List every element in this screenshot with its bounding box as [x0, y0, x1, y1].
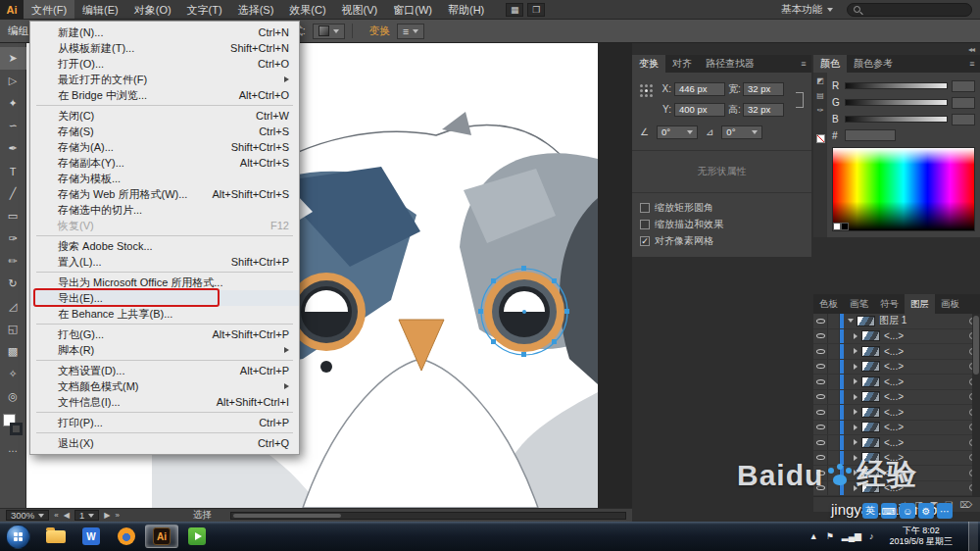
- taskbar-explorer[interactable]: [39, 525, 73, 548]
- stroke-swatch[interactable]: [10, 423, 23, 435]
- zoom-tool[interactable]: ◎: [0, 385, 26, 408]
- layer-row[interactable]: <...>: [813, 405, 980, 421]
- last-artboard-button[interactable]: »: [115, 511, 119, 520]
- lock-toggle[interactable]: [828, 405, 840, 420]
- menu-item-document-setup[interactable]: 文档设置(D)...Alt+Ctrl+P: [30, 363, 299, 378]
- type-tool[interactable]: T: [0, 160, 26, 182]
- start-button[interactable]: [6, 525, 30, 549]
- layer-name[interactable]: <...>: [884, 346, 969, 357]
- y-input[interactable]: 400 px: [674, 103, 725, 117]
- menu-window[interactable]: 窗口(W): [385, 0, 440, 19]
- layers-scrollbar[interactable]: [972, 314, 980, 496]
- visibility-toggle[interactable]: [813, 405, 828, 420]
- layer-row[interactable]: <...>: [813, 375, 980, 390]
- tab-swatches[interactable]: 色板: [813, 294, 844, 314]
- layer-thumbnail[interactable]: [857, 316, 875, 326]
- visibility-toggle[interactable]: [813, 451, 828, 466]
- menu-edit[interactable]: 编辑(E): [74, 0, 126, 19]
- shear-input[interactable]: 0°: [721, 125, 762, 139]
- tab-transform[interactable]: 变换: [632, 55, 665, 73]
- lock-toggle[interactable]: [828, 344, 840, 359]
- transform-link[interactable]: 变换: [369, 25, 390, 38]
- menu-item-open[interactable]: 打开(O)...Ctrl+O: [30, 56, 299, 72]
- visibility-toggle[interactable]: [813, 390, 828, 405]
- expand-arrow-icon[interactable]: [849, 409, 861, 415]
- rectangle-tool[interactable]: ▭: [0, 205, 26, 227]
- pen-tool[interactable]: ✒: [0, 137, 26, 160]
- layer-name[interactable]: <...>: [884, 391, 969, 402]
- expand-arrow-icon[interactable]: [849, 364, 861, 370]
- expand-arrow-icon[interactable]: [849, 439, 861, 445]
- expand-arrow-icon[interactable]: [849, 470, 861, 476]
- tab-layers[interactable]: 图层: [905, 294, 935, 314]
- previous-artboard-button[interactable]: ◀: [64, 511, 70, 520]
- layer-thumbnail[interactable]: [861, 482, 880, 493]
- menu-item-scripts[interactable]: 脚本(R): [30, 342, 299, 358]
- layer-name[interactable]: <...>: [884, 422, 969, 432]
- scrollbar-thumb[interactable]: [233, 514, 341, 518]
- layer-name[interactable]: <...>: [884, 468, 969, 478]
- menu-item-browse-in-bridge[interactable]: 在 Bridge 中浏览...Alt+Ctrl+O: [30, 87, 299, 103]
- tab-artboards[interactable]: 画板: [935, 294, 965, 314]
- artboard-number-select[interactable]: 1: [74, 510, 99, 521]
- edit-toolbar-icon[interactable]: …: [8, 443, 18, 454]
- layer-thumbnail[interactable]: [861, 407, 880, 418]
- menu-item-file-info[interactable]: 文件信息(I)...Alt+Shift+Ctrl+I: [30, 394, 299, 410]
- layer-row[interactable]: <...>: [813, 451, 980, 467]
- ime-keyboard-icon[interactable]: ⌨: [881, 503, 897, 519]
- menu-item-place[interactable]: 置入(L)...Shift+Ctrl+P: [30, 254, 299, 270]
- document-layout-icon[interactable]: ❐: [527, 3, 545, 17]
- action-center-icon[interactable]: ⚑: [826, 532, 834, 541]
- layer-name[interactable]: <...>: [884, 330, 969, 341]
- lock-toggle[interactable]: [828, 421, 840, 435]
- menu-item-print[interactable]: 打印(P)...Ctrl+P: [30, 415, 299, 430]
- line-segment-tool[interactable]: ╱: [0, 182, 26, 205]
- menu-item-share-on-behance[interactable]: 在 Behance 上共享(B)...: [30, 306, 299, 322]
- menu-item-new[interactable]: 新建(N)...Ctrl+N: [30, 25, 299, 40]
- layer-row[interactable]: <...>: [813, 421, 980, 436]
- tab-brushes[interactable]: 画笔: [844, 294, 874, 314]
- dock-color-icon[interactable]: ◩: [816, 76, 824, 85]
- layer-row[interactable]: <...>: [813, 466, 980, 481]
- panel-menu-icon[interactable]: ≡: [796, 55, 811, 73]
- lock-toggle[interactable]: [828, 314, 840, 328]
- zoom-level-select[interactable]: 300%: [6, 510, 49, 521]
- first-artboard-button[interactable]: «: [54, 511, 58, 520]
- checkbox[interactable]: [640, 220, 650, 229]
- menu-item-new-from-template[interactable]: 从模板新建(T)...Shift+Ctrl+N: [30, 40, 299, 56]
- visibility-toggle[interactable]: [813, 435, 828, 450]
- layer-thumbnail[interactable]: [861, 346, 880, 357]
- fill-stroke-widget[interactable]: [0, 412, 26, 439]
- tab-color[interactable]: 颜色: [813, 55, 847, 73]
- layer-thumbnail[interactable]: [861, 422, 880, 432]
- scale-tool[interactable]: ◿: [0, 295, 26, 318]
- width-input[interactable]: 32 px: [743, 82, 784, 96]
- search-box[interactable]: [847, 3, 972, 17]
- workspace-switcher[interactable]: 基本功能: [781, 3, 833, 17]
- network-icon[interactable]: ▂▄▆: [842, 532, 861, 541]
- menu-help[interactable]: 帮助(H): [440, 0, 492, 19]
- x-input[interactable]: 446 px: [674, 82, 725, 96]
- color-spectrum[interactable]: [832, 147, 975, 231]
- menu-effect[interactable]: 效果(C): [281, 0, 333, 19]
- taskbar-firefox[interactable]: [110, 525, 143, 548]
- reference-point-selector[interactable]: [640, 84, 654, 98]
- lock-toggle[interactable]: [828, 435, 840, 450]
- expand-arrow-icon[interactable]: [849, 333, 861, 339]
- blue-slider[interactable]: [845, 116, 948, 123]
- layer-name[interactable]: <...>: [884, 407, 969, 418]
- scrollbar-thumb[interactable]: [973, 316, 979, 375]
- expand-arrow-icon[interactable]: [849, 425, 861, 430]
- panel-menu-icon[interactable]: ≡: [964, 55, 980, 73]
- lock-toggle[interactable]: [828, 329, 840, 344]
- tab-pathfinder[interactable]: 路径查找器: [699, 55, 761, 73]
- expand-arrow-icon[interactable]: [849, 455, 861, 461]
- collapse-panels-icon[interactable]: ◂◂: [968, 45, 974, 54]
- option-align-to-pixel-grid[interactable]: ✓ 对齐像素网格: [640, 232, 804, 249]
- gradient-tool[interactable]: ▩: [0, 340, 26, 363]
- visibility-toggle[interactable]: [813, 314, 828, 328]
- lock-toggle[interactable]: [828, 481, 840, 496]
- layer-thumbnail[interactable]: [861, 437, 880, 448]
- horizontal-scrollbar[interactable]: [230, 512, 626, 520]
- direct-selection-tool[interactable]: ▷: [0, 70, 26, 92]
